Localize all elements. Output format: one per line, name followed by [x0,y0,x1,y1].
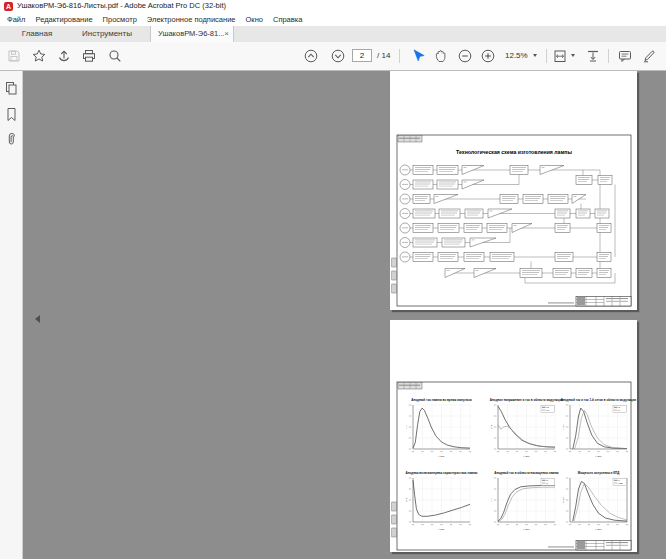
navigation-sidebar [0,71,23,559]
attachments-button[interactable] [4,132,19,147]
chart-1: Анодный ток лампы во время импульсаt, мк… [405,398,472,458]
zoom-in-icon [480,48,496,64]
chevron-down-icon[interactable] [533,54,537,57]
pencil-button[interactable] [641,48,657,64]
chart-series [573,408,627,449]
chart-title: Анодный ток и ток 1-й сетки в области мо… [561,398,636,402]
chart-xlabel: t, мкс [439,455,446,458]
attachments-icon [4,132,19,147]
chart-xlabel: t, мкс [596,455,603,458]
pdf-page-3: Анодный ток лампы во время импульсаt, мк… [390,320,637,552]
acrobat-window: A УшаковРМ-Э6-816-Листы.pdf - Adobe Acro… [0,0,666,559]
menu-item-5[interactable]: Окно [241,13,268,26]
search-icon [107,48,123,64]
print-button[interactable] [81,48,97,64]
chart-title: Анодный ток в области насыщения лампы [494,471,559,475]
chart-ylabel: U, В [405,497,408,502]
star-icon [31,48,47,64]
chart-ylabel: I, А [490,498,493,502]
page-2-sheet: Технологическая схема изготовления лампы [390,71,637,310]
bookmarks-button[interactable] [4,107,19,122]
diagram-title: Технологическая схема изготовления лампы [456,149,572,155]
svg-text:КПД: КПД [618,482,623,484]
chart-5: Анодный ток в области насыщения лампыIaI… [490,471,559,531]
toolbar-divider [608,49,609,63]
chart-series [573,482,627,522]
pdf-page-2: Технологическая схема изготовления лампы [390,71,637,310]
fit-width-button[interactable] [552,48,568,64]
fit-width-icon [552,48,568,64]
chart-2: Анодное напряжение и ток в области модул… [490,398,563,458]
menu-item-3[interactable]: Просмотр [98,13,142,26]
chart-xlabel: t, мкс [524,528,531,531]
toolbar: / 14 12.5% [0,42,666,71]
menu-item-2[interactable]: Редактирование [30,13,97,26]
comment-icon [617,48,633,64]
zoom-out-button[interactable] [457,48,473,64]
chart-ylabel: U, В [490,424,493,429]
hand-tool-button[interactable] [433,48,449,64]
menubar: ФайлРедактированиеПросмотрЭлектронное по… [0,13,666,26]
acrobat-app-icon: A [4,2,13,11]
zoom-in-button[interactable] [480,48,496,64]
favorite-button[interactable] [31,48,47,64]
chart-title: Анодное напряжение и ток в области модул… [490,398,563,402]
chart-title: Мощность излучения и КПД [578,471,620,475]
select-tool-button[interactable] [410,48,426,64]
zoom-level-dropdown[interactable]: 12.5% [505,42,528,70]
tabbar: Главная Инструменты УшаковРМ-Э6-81... × [0,26,666,42]
bookmarks-icon [4,107,19,122]
menu-item-6[interactable]: Справка [268,13,307,26]
save-button[interactable] [6,48,22,64]
chart-ylabel: P, Вт [562,496,565,502]
comment-button[interactable] [617,48,633,64]
page-down-button[interactable] [330,48,346,64]
page-3-sheet: Анодный ток лампы во время импульсаt, мк… [390,320,637,552]
tab-close-icon[interactable]: × [224,26,229,42]
chart-xlabel: t, мкс [596,528,603,531]
chart-4: Анодная вольтамперная характеристика лам… [405,471,478,531]
page-thumbnails-icon [4,81,19,96]
scroll-mode-icon [585,48,601,64]
titlebar: A УшаковРМ-Э6-816-Листы.pdf - Adobe Acro… [0,0,666,13]
chart-ylabel: I, А [405,425,408,429]
chart-xlabel: t, мкс [439,528,446,531]
page-up-icon [303,48,319,64]
hand-tool-icon [433,48,449,64]
chart-title: Анодный ток лампы во время импульса [411,398,472,402]
chart-3: Анодный ток и ток 1-й сетки в области мо… [561,398,636,458]
share-button[interactable] [56,48,72,64]
page-thumbnails-button[interactable] [4,81,19,96]
window-title: УшаковРМ-Э6-816-Листы.pdf - Adobe Acroba… [17,1,226,10]
menu-item-1[interactable]: Файл [2,13,30,26]
panel-collapse-handle[interactable] [34,312,42,326]
flowchart-diagram [400,165,615,283]
chart-title: Анодная вольтамперная характеристика лам… [406,471,478,475]
document-area[interactable]: Технологическая схема изготовления лампы… [23,71,666,559]
tab-tools[interactable]: Инструменты [74,26,140,42]
tab-document-label: УшаковРМ-Э6-81... [158,29,224,38]
save-icon [6,48,22,64]
search-button[interactable] [107,48,123,64]
select-tool-icon [410,48,426,64]
toolbar-divider [399,49,400,63]
chevron-down-icon[interactable] [571,54,575,57]
page-down-icon [330,48,346,64]
chart-series [574,484,627,521]
pencil-icon [641,48,657,64]
chart-6: Мощность излучения и КПДPКПДt, мксP, Вт [562,471,628,531]
page-up-button[interactable] [303,48,319,64]
scroll-mode-button[interactable] [585,48,601,64]
print-icon [81,48,97,64]
page-number-input[interactable] [352,49,372,62]
chart-xlabel: t, мкс [524,455,531,458]
chart-ylabel: I, мА [562,424,565,430]
page-count-label: / 14 [377,42,390,70]
zoom-out-icon [457,48,473,64]
toolbar-divider [546,49,547,63]
tab-home[interactable]: Главная [8,26,66,42]
menu-item-4[interactable]: Электронное подписание [142,13,241,26]
tab-document[interactable]: УшаковРМ-Э6-81... × [150,26,234,42]
share-icon [56,48,72,64]
